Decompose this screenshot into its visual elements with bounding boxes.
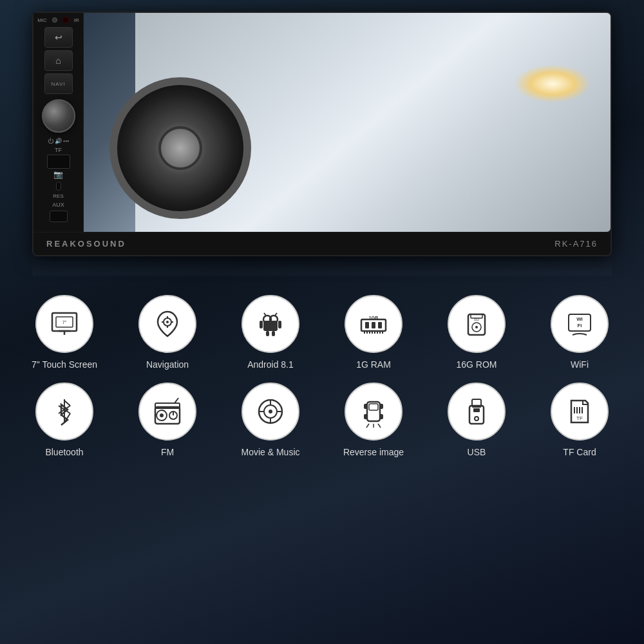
mic-ir-row: MIC IR xyxy=(37,17,79,23)
svg-rect-65 xyxy=(364,404,368,409)
svg-rect-23 xyxy=(365,322,369,328)
svg-text:TF: TF xyxy=(576,415,583,421)
usb-port-device xyxy=(50,211,68,222)
svg-rect-21 xyxy=(278,321,281,328)
tfcard-circle: TF xyxy=(551,383,609,440)
home-button[interactable]: ⌂ xyxy=(44,50,73,71)
features-row-1: 7" 7" Touch Screen Navigation xyxy=(13,295,631,370)
svg-line-17 xyxy=(275,313,277,316)
back-button[interactable]: ↩ xyxy=(44,27,73,48)
movie-icon xyxy=(253,394,288,429)
svg-point-38 xyxy=(475,326,478,328)
reverse-circle xyxy=(345,383,402,440)
svg-point-53 xyxy=(160,413,164,417)
rom-label: 16G ROM xyxy=(456,359,497,370)
feature-touch-screen: 7" 7" Touch Screen xyxy=(18,295,111,370)
feature-wifi: Wi Fi WiFi xyxy=(533,295,627,370)
touch-screen-label: 7" Touch Screen xyxy=(32,359,97,370)
stereo-main: MIC IR ↩ ⌂ NAVI xyxy=(33,13,611,232)
svg-rect-74 xyxy=(473,408,480,412)
features-row-2: Bluetooth FM xyxy=(13,383,631,457)
brand-name: REAKOSOUND xyxy=(46,239,126,249)
movie-label: Movie & Music xyxy=(241,447,299,457)
tfcard-label: TF Card xyxy=(563,447,596,457)
feature-android: Android 8.1 xyxy=(224,295,317,370)
wifi-circle: Wi Fi xyxy=(551,295,609,353)
svg-text:Wi: Wi xyxy=(576,316,583,322)
svg-rect-66 xyxy=(379,404,383,409)
screen-area xyxy=(84,13,611,232)
svg-point-15 xyxy=(273,319,275,321)
wifi-icon: Wi Fi xyxy=(562,307,597,341)
stereo-bottom-bar: REAKOSOUND RK-A716 xyxy=(33,232,611,255)
svg-rect-64 xyxy=(369,404,378,410)
svg-line-45 xyxy=(64,401,70,406)
navigation-label: Navigation xyxy=(146,359,189,370)
svg-rect-24 xyxy=(372,322,375,328)
status-icons-row: ⏻ 🔊 ▪▪▪ xyxy=(48,138,70,144)
home-icon: ⌂ xyxy=(55,55,61,66)
power-icon: ⏻ xyxy=(48,138,53,144)
reverse-icon xyxy=(356,394,391,429)
svg-text:Fi: Fi xyxy=(577,323,582,328)
back-icon: ↩ xyxy=(55,32,62,43)
svg-point-58 xyxy=(269,410,272,413)
wifi-label: WiFi xyxy=(571,359,589,370)
mic-hole xyxy=(52,17,57,23)
tf-card-slot[interactable] xyxy=(47,155,70,169)
volume-knob[interactable] xyxy=(42,99,75,133)
svg-rect-25 xyxy=(378,322,382,328)
reverse-label: Reverse image xyxy=(343,447,404,457)
usb-label: USB xyxy=(468,447,486,457)
usb-icon xyxy=(459,394,494,429)
aux-label: AUX xyxy=(52,202,64,208)
android-label: Android 8.1 xyxy=(247,359,294,370)
stereo-unit: MIC IR ↩ ⌂ NAVI xyxy=(32,12,612,256)
navigation-circle xyxy=(138,295,196,353)
svg-line-69 xyxy=(366,424,369,428)
features-section: 7" 7" Touch Screen Navigation xyxy=(13,295,631,457)
svg-rect-67 xyxy=(364,414,368,419)
rom-circle: SD xyxy=(448,295,506,353)
navi-label: NAVI xyxy=(51,81,65,87)
svg-rect-18 xyxy=(266,331,269,336)
car-display-image xyxy=(84,13,611,232)
usb-circle xyxy=(448,383,506,440)
feature-navigation: Navigation xyxy=(121,295,214,370)
svg-point-75 xyxy=(475,417,478,421)
navi-button[interactable]: NAVI xyxy=(44,73,73,94)
vol-icon: 🔊 xyxy=(55,138,62,144)
feature-bluetooth: Bluetooth xyxy=(18,383,111,457)
device-reflection xyxy=(32,256,612,276)
ir-label: IR xyxy=(74,17,79,23)
android-icon xyxy=(253,307,288,341)
mic-label: MIC xyxy=(37,17,47,23)
signal-icon: ▪▪▪ xyxy=(63,138,70,144)
movie-circle xyxy=(242,383,299,440)
tf-label: TF xyxy=(55,147,62,153)
fm-icon xyxy=(150,394,185,429)
ram-circle: 1GB xyxy=(345,295,402,353)
svg-line-51 xyxy=(175,398,178,403)
tfcard-icon: TF xyxy=(562,394,597,429)
bluetooth-label: Bluetooth xyxy=(45,447,83,457)
svg-line-16 xyxy=(264,313,266,316)
car-headlight xyxy=(514,64,591,103)
rom-icon: SD xyxy=(459,307,494,341)
bluetooth-icon xyxy=(47,394,82,429)
ram-icon: 1GB xyxy=(356,307,391,341)
bluetooth-circle xyxy=(35,383,93,440)
feature-usb: USB xyxy=(430,383,524,457)
feature-movie: Movie & Music xyxy=(224,383,317,457)
svg-rect-68 xyxy=(379,414,383,419)
car-wheel xyxy=(109,77,251,219)
svg-rect-19 xyxy=(272,331,275,336)
fm-label: FM xyxy=(161,447,174,457)
res-label: RES xyxy=(53,193,63,199)
fm-circle xyxy=(138,383,196,440)
touch-screen-circle: 7" xyxy=(35,295,93,353)
model-name: RK-A716 xyxy=(554,239,598,249)
feature-ram: 1GB 1G RAM xyxy=(327,295,421,370)
svg-text:SD: SD xyxy=(474,317,480,321)
svg-point-6 xyxy=(166,321,169,323)
